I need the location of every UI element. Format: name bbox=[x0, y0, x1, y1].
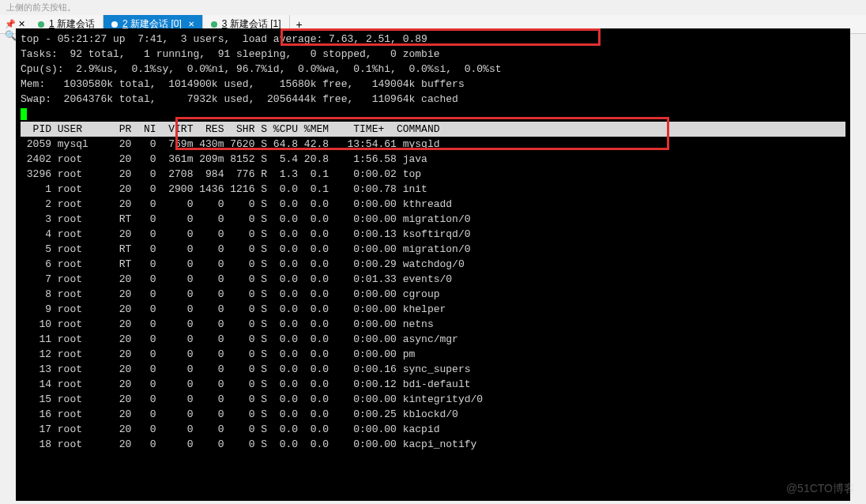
status-dot-icon bbox=[211, 21, 217, 28]
terminal-output[interactable]: top - 05:21:27 up 7:41, 3 users, load av… bbox=[16, 28, 850, 501]
cpu-line: Cpu(s): 2.9%us, 0.1%sy, 0.0%ni, 96.7%id,… bbox=[21, 63, 502, 75]
tasks-line: Tasks: 92 total, 1 running, 91 sleeping,… bbox=[21, 48, 440, 60]
hint-text: 上侧的前关按钮。 bbox=[0, 0, 866, 15]
status-dot-icon bbox=[111, 21, 118, 28]
mem-line: Mem: 1030580k total, 1014900k used, 1568… bbox=[21, 78, 465, 90]
cursor bbox=[21, 108, 27, 120]
search-icon[interactable]: 🔍 bbox=[5, 30, 17, 42]
load-average: load average: 7.63, 2.51, 0.89 bbox=[243, 33, 427, 45]
swap-line: Swap: 2064376k total, 7932k used, 205644… bbox=[21, 93, 458, 105]
top-line: top - 05:21:27 up 7:41, 3 users, load av… bbox=[21, 33, 427, 45]
status-dot-icon bbox=[38, 21, 44, 28]
close-icon[interactable]: ✕ bbox=[188, 20, 194, 28]
watermark: @51CTO博客 bbox=[786, 482, 855, 496]
process-header: PID USER PR NI VIRT RES SHR S %CPU %MEM … bbox=[21, 122, 845, 137]
process-list: 2059 mysql 20 0 769m 430m 7620 S 64.8 42… bbox=[21, 138, 483, 450]
